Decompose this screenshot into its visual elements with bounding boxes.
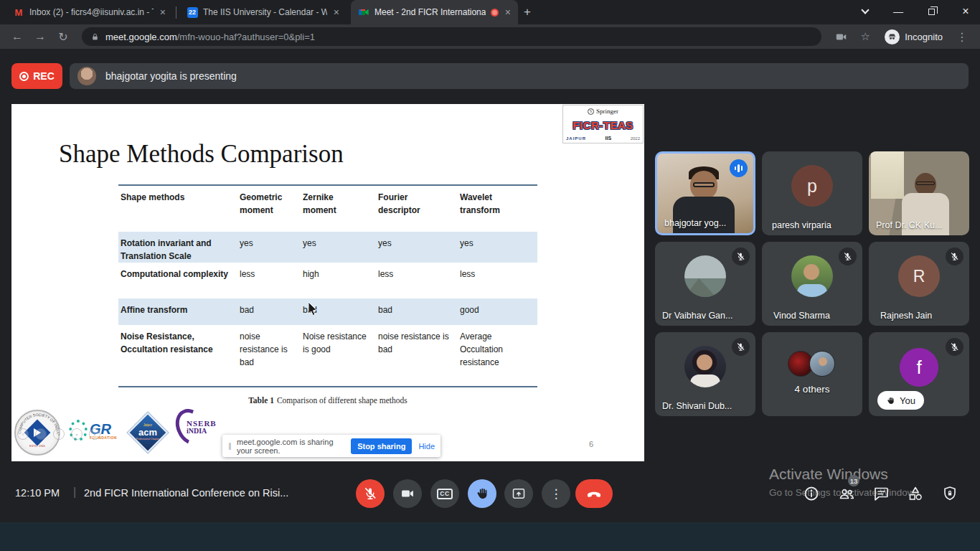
mouse-cursor bbox=[308, 302, 321, 315]
table-row: Rotation invariant and Translation Scale… bbox=[118, 232, 537, 263]
ficr-teas-logo: SSpringer FICR-TEAS JAIPURIIS2022 bbox=[562, 105, 644, 143]
forward-button[interactable]: → bbox=[30, 30, 50, 43]
tab-gmail[interactable]: M Inbox (2) - ficrs4@iisuniv.ac.in - T × bbox=[6, 0, 173, 24]
presenting-banner: bhajgotar yogita is presenting bbox=[70, 63, 969, 89]
window-minimize-button[interactable]: — bbox=[884, 0, 913, 23]
tile-rajnesh[interactable]: R Rajnesh Jain bbox=[869, 242, 969, 326]
slide-table: Shape methods Geometric moment Zernike m… bbox=[118, 184, 537, 387]
browser-tab-strip: M Inbox (2) - ficrs4@iisuniv.ac.in - T ×… bbox=[0, 0, 980, 24]
avatar bbox=[809, 351, 835, 377]
table-row: Affine transform bad bad bad good bbox=[118, 298, 537, 325]
camera-permission-icon[interactable] bbox=[830, 31, 852, 43]
hide-button[interactable]: Hide bbox=[418, 442, 435, 451]
url-domain: meet.google.com bbox=[105, 32, 177, 42]
close-icon[interactable]: × bbox=[504, 7, 512, 17]
avatar bbox=[684, 346, 726, 387]
participant-count-badge: 13 bbox=[848, 475, 859, 486]
address-bar[interactable]: meet.google.com/mfn-wouo-haf?authuser=0&… bbox=[82, 27, 821, 46]
close-icon[interactable]: × bbox=[159, 7, 167, 17]
hand-icon bbox=[886, 396, 895, 405]
mic-off-icon bbox=[946, 248, 963, 265]
new-tab-button[interactable]: + bbox=[524, 5, 531, 19]
captions-button[interactable]: CC bbox=[430, 479, 459, 508]
tab-search-chevron-icon[interactable] bbox=[851, 0, 880, 23]
url-path: /mfn-wouo-haf?authuser=0&pli=1 bbox=[177, 32, 315, 42]
mic-off-icon bbox=[946, 338, 963, 356]
divider: | bbox=[73, 486, 76, 499]
windows-taskbar: W X P Ps ? 18°C ENG IN 12:10 PM 1/8/2022 bbox=[0, 522, 980, 551]
shared-slide: SSpringer FICR-TEAS JAIPURIIS2022 Shape … bbox=[11, 104, 644, 461]
browser-menu-icon[interactable]: ⋮ bbox=[951, 30, 973, 44]
more-options-button[interactable]: ⋮ bbox=[542, 479, 570, 508]
recording-badge: REC bbox=[11, 63, 62, 89]
tab-title: Inbox (2) - ficrs4@iisuniv.ac.in - T bbox=[29, 7, 154, 17]
avatar: f bbox=[900, 348, 938, 387]
incognito-badge: Incognito bbox=[879, 29, 948, 44]
bookmark-star-icon[interactable]: ☆ bbox=[854, 30, 876, 43]
springer-icon: S bbox=[588, 108, 594, 115]
tile-shivani[interactable]: Dr. Shivani Dub... bbox=[655, 332, 755, 416]
screen: M Inbox (2) - ficrs4@iisuniv.ac.in - T ×… bbox=[0, 0, 980, 551]
window-close-button[interactable]: × bbox=[951, 0, 980, 23]
tile-you[interactable]: f You bbox=[869, 332, 969, 416]
mic-off-icon bbox=[732, 338, 750, 356]
tab-separator bbox=[176, 6, 176, 19]
screen-share-toast: ∥ meet.google.com is sharing your screen… bbox=[222, 435, 440, 457]
calendar-icon: 22 bbox=[187, 6, 198, 18]
leave-call-button[interactable] bbox=[575, 479, 613, 508]
slideshow-pen-button[interactable]: • bbox=[53, 428, 65, 440]
reload-button[interactable]: ↻ bbox=[53, 30, 73, 44]
browser-toolbar: ← → ↻ meet.google.com/mfn-wouo-haf?authu… bbox=[0, 24, 980, 49]
slideshow-zoom-button[interactable]: • bbox=[89, 428, 100, 440]
table-row: Computational complexity less high less … bbox=[118, 263, 537, 298]
tab-title: The IIS University - Calendar - We bbox=[203, 7, 327, 17]
more-icon: ⋮ bbox=[550, 488, 562, 500]
raise-hand-button[interactable] bbox=[468, 479, 496, 508]
lock-icon bbox=[90, 32, 100, 42]
chat-button[interactable] bbox=[872, 485, 890, 502]
tab-calendar[interactable]: 22 The IIS University - Calendar - We × bbox=[179, 0, 347, 24]
avatar: p bbox=[791, 165, 833, 207]
participants-button[interactable] bbox=[838, 485, 855, 502]
tile-vaibhav[interactable]: Dr Vaibhav Gan... bbox=[655, 242, 755, 326]
slideshow-prev-button[interactable]: ‹ bbox=[17, 428, 29, 440]
table-row: Noise Resistance, Occultation resistance… bbox=[118, 325, 537, 386]
mic-toggle-button[interactable] bbox=[356, 479, 385, 508]
table-header-row: Shape methods Geometric moment Zernike m… bbox=[118, 186, 537, 232]
tile-bhajgotar[interactable]: bhajgotar yog... bbox=[655, 151, 755, 235]
present-button[interactable] bbox=[504, 479, 533, 508]
stop-sharing-button[interactable]: Stop sharing bbox=[351, 438, 412, 454]
speaking-indicator-icon bbox=[730, 159, 748, 177]
drag-handle-icon[interactable]: ∥ bbox=[228, 442, 232, 450]
presenter-avatar bbox=[77, 67, 96, 85]
tile-vinod[interactable]: Vinod Sharma bbox=[762, 242, 862, 326]
activities-button[interactable] bbox=[907, 485, 924, 502]
slide-page-number: 6 bbox=[589, 440, 593, 448]
avatar bbox=[791, 255, 833, 297]
meeting-clock: 12:10 PM bbox=[15, 487, 60, 499]
tab-meet-active[interactable]: Meet - 2nd FICR Internationa × bbox=[351, 0, 518, 24]
camera-toggle-button[interactable] bbox=[393, 479, 422, 508]
meeting-details-button[interactable] bbox=[803, 485, 820, 502]
tile-prof-ck[interactable]: Prof Dr. CK Ku... bbox=[869, 151, 969, 235]
tile-others[interactable]: 4 others bbox=[762, 332, 862, 416]
host-controls-button[interactable] bbox=[941, 485, 958, 502]
back-button[interactable]: ← bbox=[7, 30, 27, 43]
avatar: R bbox=[898, 255, 940, 297]
mic-off-icon bbox=[839, 248, 857, 265]
avatar bbox=[684, 255, 726, 297]
gmail-icon: M bbox=[13, 6, 24, 18]
hand-raised-badge: You bbox=[877, 391, 924, 410]
record-icon bbox=[19, 72, 29, 81]
slideshow-slides-button[interactable]: • bbox=[71, 428, 83, 440]
acm-jaipur-logo: JaipuracmProfessional Chapter bbox=[128, 413, 168, 453]
close-icon[interactable]: × bbox=[332, 7, 341, 17]
tile-paresh[interactable]: p paresh virparia bbox=[762, 151, 862, 235]
table-caption: Table 1Comparison of different shape met… bbox=[118, 396, 537, 405]
slide-title: Shape Methods Comparison bbox=[59, 140, 344, 169]
slideshow-next-button[interactable]: › bbox=[35, 428, 47, 440]
incognito-icon bbox=[885, 29, 900, 44]
slideshow-nav-controls: ‹ › • • • bbox=[17, 428, 100, 440]
nserb-india-logo: NSERBiNDIA bbox=[176, 408, 217, 446]
window-restore-button[interactable] bbox=[917, 0, 946, 23]
